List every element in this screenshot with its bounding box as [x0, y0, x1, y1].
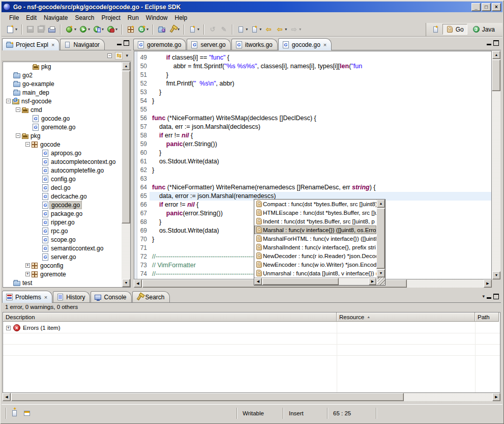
- problems-tab-console[interactable]: Console: [91, 291, 131, 302]
- problems-row-errors[interactable]: +×Errors (1 item): [3, 323, 500, 333]
- code-line-56[interactable]: 56func (*NiceFormatter) WriteSMap(declde…: [134, 114, 491, 123]
- code-line-59[interactable]: 59 panic(err.String()): [134, 140, 491, 149]
- tree-item-gocode[interactable]: −gocode: [3, 140, 122, 149]
- new-wizard-button[interactable]: ▾: [5, 24, 19, 35]
- view-menu-icon[interactable]: ▾: [482, 294, 485, 299]
- search-button[interactable]: ▾: [167, 24, 181, 35]
- tree-item-server-go[interactable]: Gserver.go: [3, 252, 122, 261]
- tree-item-goconfig[interactable]: +goconfig: [3, 261, 122, 270]
- collapse-icon[interactable]: −: [6, 99, 11, 103]
- open-perspective-button[interactable]: [430, 24, 441, 35]
- tree-item-semanticcontext-go[interactable]: Gsemanticcontext.go: [3, 244, 122, 252]
- format-button[interactable]: ✎: [218, 24, 229, 35]
- scroll-right-icon[interactable]: ▶: [369, 278, 376, 285]
- code-line-51[interactable]: 51 }: [134, 71, 491, 79]
- autocomplete-item-newdecoder[interactable]: NewDecoder : func(r io.Reader) *json.Dec…: [254, 251, 376, 260]
- popup-resize-grip[interactable]: [377, 277, 385, 285]
- revert-button[interactable]: ↺: [207, 24, 218, 35]
- tree-item-go-example[interactable]: go-example: [3, 79, 122, 88]
- expand-icon[interactable]: +: [6, 326, 11, 330]
- back-to-start-button[interactable]: ⇦: [263, 24, 274, 35]
- save-all-button[interactable]: [36, 24, 46, 35]
- problems-horizontal-scrollbar[interactable]: ◀ ▶: [3, 393, 500, 401]
- scroll-up-icon[interactable]: ▲: [377, 200, 385, 208]
- tree-item-scope-go[interactable]: Gscope.go: [3, 235, 122, 244]
- minimize-view-icon[interactable]: [487, 295, 491, 299]
- scroll-right-icon[interactable]: ▶: [492, 393, 500, 401]
- save-button[interactable]: [25, 24, 36, 35]
- expand-icon[interactable]: +: [25, 263, 30, 268]
- scroll-up-icon[interactable]: ▲: [492, 51, 500, 59]
- debug-button[interactable]: ▾: [64, 24, 78, 35]
- tree-item-autocompletefile-go[interactable]: Gautocompletefile.go: [3, 166, 122, 175]
- run-button[interactable]: ▾: [78, 24, 92, 35]
- close-tab-icon[interactable]: ×: [51, 42, 54, 48]
- tree-vertical-scrollbar[interactable]: ▲ ▼: [122, 62, 130, 287]
- scroll-down-icon[interactable]: ▼: [122, 279, 130, 287]
- autocomplete-item-htmlescape[interactable]: HTMLEscape : func(dst *bytes.Buffer, src…: [254, 208, 376, 217]
- minimize-window-icon[interactable]: _: [471, 3, 481, 11]
- tree-item-gocode-go[interactable]: Ggocode.go: [3, 201, 122, 209]
- editor-tab-gocode-go[interactable]: Ggocode.go×: [278, 38, 332, 50]
- scroll-up-icon[interactable]: ▲: [122, 62, 130, 70]
- editor-tab-goremote-go[interactable]: Ggoremote.go: [133, 39, 186, 50]
- profile-button[interactable]: ▾: [105, 24, 119, 35]
- tree-item-main-dep[interactable]: main_dep: [3, 88, 122, 97]
- editor-tab-server-go[interactable]: Gserver.go: [187, 39, 230, 50]
- popup-vertical-scrollbar[interactable]: ▲ ▼: [376, 200, 385, 277]
- close-window-icon[interactable]: ×: [492, 3, 501, 11]
- problems-tab-search[interactable]: Search: [132, 291, 170, 302]
- tree-item-go2[interactable]: go2: [3, 71, 122, 79]
- problems-tab-history[interactable]: History: [53, 291, 90, 302]
- autocomplete-item-marshal[interactable]: Marshal : func(v interface{}) ([]uint8, …: [254, 225, 376, 234]
- minimize-editor-icon[interactable]: [487, 41, 491, 45]
- tree-item-decl-go[interactable]: Gdecl.go: [3, 183, 122, 192]
- expand-icon[interactable]: +: [25, 272, 30, 276]
- popup-vscroll-thumb[interactable]: [376, 208, 385, 269]
- tree-item-goremote-go[interactable]: Ggoremote.go: [3, 123, 122, 131]
- scroll-left-icon[interactable]: ◀: [3, 393, 11, 401]
- code-line-53[interactable]: 53 }: [134, 88, 491, 97]
- column-header-description[interactable]: Description: [3, 313, 337, 322]
- menu-item-run[interactable]: Run: [124, 13, 142, 22]
- code-line-63[interactable]: 63: [134, 175, 491, 183]
- autocomplete-item-unmarshal[interactable]: Unmarshal : func(data []uint8, v interfa…: [254, 269, 376, 277]
- editor-tab-itworks-go[interactable]: Gitworks.go: [231, 39, 278, 50]
- collapse-icon[interactable]: −: [16, 133, 20, 138]
- menu-item-search[interactable]: Search: [71, 13, 98, 22]
- scroll-down-icon[interactable]: ▼: [492, 271, 500, 279]
- problems-hscroll-thumb[interactable]: [11, 393, 404, 401]
- tree-item-rpc-go[interactable]: Grpc.go: [3, 227, 122, 235]
- tree-item-test[interactable]: test: [3, 278, 122, 287]
- code-line-64[interactable]: 64func (*NiceFormatter) WriteRename(rena…: [134, 183, 491, 192]
- autocomplete-item-newencoder[interactable]: NewEncoder : func(w io.Writer) *json.Enc…: [254, 260, 376, 269]
- code-line-50[interactable]: 50 abbr = fmt.Sprintf("%s %s%s", classes…: [134, 62, 491, 71]
- perspective-go[interactable]: Go: [442, 24, 467, 35]
- menu-item-navigate[interactable]: Navigate: [40, 13, 71, 22]
- column-header-resource[interactable]: Resource▲: [337, 313, 475, 322]
- tree-item-autocompletecontext-go[interactable]: Gautocompletecontext.go: [3, 157, 122, 166]
- forward-button[interactable]: ⇨▾: [288, 24, 303, 35]
- maximize-view-icon[interactable]: [493, 294, 499, 299]
- menu-item-project[interactable]: Project: [98, 13, 124, 22]
- tree-item-declcache-go[interactable]: Gdeclcache.go: [3, 192, 122, 201]
- problems-tab-problems[interactable]: Problems×: [2, 291, 52, 303]
- autocomplete-item-marshalindent[interactable]: MarshalIndent : func(v interface{}, pref…: [254, 243, 376, 251]
- editor-vertical-scrollbar[interactable]: ▲ ▼: [492, 51, 500, 279]
- code-line-61[interactable]: 61 os.Stdout.Write(data): [134, 157, 491, 166]
- maximize-window-icon[interactable]: □: [482, 3, 491, 11]
- new-go-package-button[interactable]: [125, 24, 136, 35]
- code-line-49[interactable]: 49 if classes[i] == "func" {: [134, 53, 491, 62]
- maximize-view-icon[interactable]: [124, 40, 129, 46]
- code-line-52[interactable]: 52 fmt.Printf(" %s\n", abbr): [134, 79, 491, 88]
- scroll-left-icon[interactable]: ◀: [254, 278, 262, 285]
- code-line-60[interactable]: 60 }: [134, 149, 491, 157]
- tree-item-cmd[interactable]: −cmd: [3, 105, 122, 114]
- perspective-java[interactable]: JJava: [469, 24, 498, 35]
- tree-item-pkg[interactable]: −pkg: [3, 131, 122, 140]
- run-history-button[interactable]: ▾: [92, 24, 105, 35]
- open-resource-button[interactable]: [156, 24, 167, 35]
- tree-item-gocode-go[interactable]: Ggocode.go: [3, 114, 122, 123]
- collapse-icon[interactable]: −: [25, 142, 30, 147]
- code-line-54[interactable]: 54}: [134, 97, 491, 105]
